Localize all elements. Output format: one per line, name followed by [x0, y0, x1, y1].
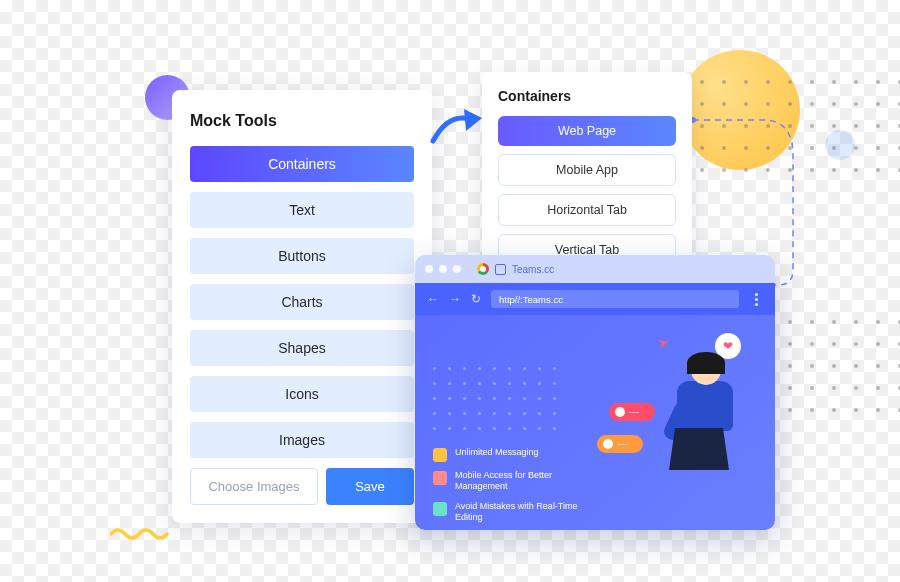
chrome-icon: [477, 263, 489, 275]
decor-body-dots: [433, 367, 556, 430]
feature-item: Avoid Mistakes with Real-Time Editing: [433, 501, 598, 524]
folder-icon: [433, 448, 447, 462]
containers-title: Containers: [498, 88, 676, 104]
browser-content: ➤ ❤ ── ── Unlimited Messaging Mobile Acc…: [415, 315, 775, 530]
tool-buttons[interactable]: Buttons: [190, 238, 414, 274]
paper-plane-icon: ➤: [657, 334, 671, 351]
choose-images-button[interactable]: Choose Images: [190, 468, 318, 505]
decor-squiggle: [110, 525, 170, 547]
mock-tools-panel: Mock Tools Containers Text Buttons Chart…: [172, 90, 432, 523]
browser-tab[interactable]: Teams.cc: [477, 263, 554, 275]
container-web-page[interactable]: Web Page: [498, 116, 676, 146]
nav-back-icon[interactable]: ←: [427, 292, 439, 306]
tool-charts[interactable]: Charts: [190, 284, 414, 320]
container-mobile-app[interactable]: Mobile App: [498, 154, 676, 186]
decor-dots: [700, 80, 900, 172]
mock-tools-title: Mock Tools: [190, 112, 414, 130]
save-button[interactable]: Save: [326, 468, 414, 505]
url-input[interactable]: http//:Teams.cc: [491, 290, 739, 308]
mobile-icon: [433, 471, 447, 485]
feature-item: Mobile Access for Better Management: [433, 470, 598, 493]
container-horizontal-tab[interactable]: Horizontal Tab: [498, 194, 676, 226]
tool-text[interactable]: Text: [190, 192, 414, 228]
window-control-dot[interactable]: [425, 265, 433, 273]
chat-bubble: ──: [597, 435, 643, 453]
edit-icon: [433, 502, 447, 516]
nav-reload-icon[interactable]: ↻: [471, 292, 481, 306]
feature-item: Unlimited Messaging: [433, 447, 539, 462]
window-control-dot[interactable]: [439, 265, 447, 273]
tool-containers[interactable]: Containers: [190, 146, 414, 182]
browser-window: Teams.cc ← → ↻ http//:Teams.cc ➤ ❤ ── ──…: [415, 255, 775, 530]
browser-toolbar: ← → ↻ http//:Teams.cc: [415, 283, 775, 315]
browser-titlebar: Teams.cc: [415, 255, 775, 283]
tool-icons[interactable]: Icons: [190, 376, 414, 412]
menu-icon[interactable]: [749, 293, 763, 306]
window-control-dot[interactable]: [453, 265, 461, 273]
tool-shapes[interactable]: Shapes: [190, 330, 414, 366]
nav-forward-icon[interactable]: →: [449, 292, 461, 306]
person-illustration: [641, 355, 751, 470]
app-icon: [495, 264, 506, 275]
tab-label: Teams.cc: [512, 264, 554, 275]
tool-images[interactable]: Images: [190, 422, 414, 458]
arrow-icon: [430, 105, 485, 149]
